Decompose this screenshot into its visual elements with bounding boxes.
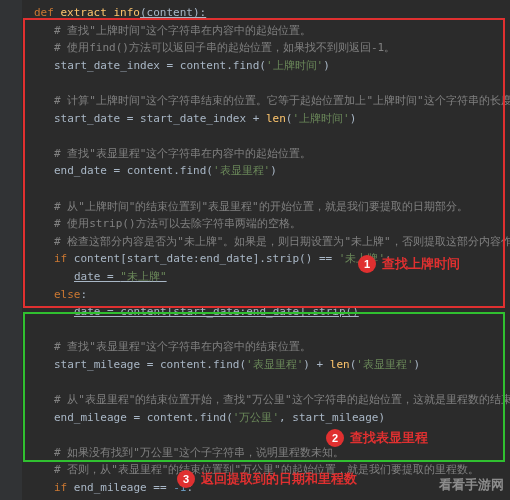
code-line: else: bbox=[28, 286, 510, 304]
code-line: end_mileage = content.find('万公里', start_… bbox=[28, 409, 510, 427]
code-line: if content[start_date:end_date].strip() … bbox=[28, 250, 510, 268]
code-line: start_mileage = content.find('表显里程') + l… bbox=[28, 356, 510, 374]
code-line: # 如果没有找到"万公里"这个子字符串，说明里程数未知。 bbox=[28, 444, 510, 462]
code-line: # 使用strip()方法可以去除字符串两端的空格。 bbox=[28, 215, 510, 233]
code-line: start_date = start_date_index + len('上牌时… bbox=[28, 110, 510, 128]
code-line: # 检查这部分内容是否为"未上牌"。如果是，则日期设置为"未上牌"，否则提取这部… bbox=[28, 233, 510, 251]
comment: # 否则，从"表显里程"的结束位置到"万公里"的起始位置，就是我们要提取的里程数… bbox=[54, 463, 479, 476]
comment: # 如果没有找到"万公里"这个子字符串，说明里程数未知。 bbox=[54, 446, 345, 459]
code-line: date = "未上牌" bbox=[28, 268, 510, 286]
code-line: # 查找"上牌时间"这个字符串在内容中的起始位置。 bbox=[28, 22, 510, 40]
comment: # 从"表显里程"的结束位置开始，查找"万公里"这个字符串的起始位置，这就是里程… bbox=[54, 393, 510, 406]
func-name: extract_info bbox=[61, 6, 140, 19]
comment: # 检查这部分内容是否为"未上牌"。如果是，则日期设置为"未上牌"，否则提取这部… bbox=[54, 235, 510, 248]
comment: # 使用strip()方法可以去除字符串两端的空格。 bbox=[54, 217, 301, 230]
func-params: (content): bbox=[140, 6, 206, 19]
keyword-def: def bbox=[34, 6, 54, 19]
comment: # 查找"表显里程"这个字符串在内容中的结束位置。 bbox=[54, 340, 312, 353]
code-line: # 否则，从"表显里程"的结束位置到"万公里"的起始位置，就是我们要提取的里程数… bbox=[28, 461, 510, 479]
code-line: # 从"上牌时间"的结束位置到"表显里程"的开始位置，就是我们要提取的日期部分。 bbox=[28, 198, 510, 216]
code-line: # 从"表显里程"的结束位置开始，查找"万公里"这个字符串的起始位置，这就是里程… bbox=[28, 391, 510, 409]
code-line: start_date_index = content.find('上牌时间') bbox=[28, 57, 510, 75]
code-line: date = content[start_date:end_date].stri… bbox=[28, 303, 510, 321]
comment: # 使用find()方法可以返回子串的起始位置，如果找不到则返回-1。 bbox=[54, 41, 395, 54]
code-line: # 计算"上牌时间"这个字符串结束的位置。它等于起始位置加上"上牌时间"这个字符… bbox=[28, 92, 510, 110]
code-line: end_date = content.find('表显里程') bbox=[28, 162, 510, 180]
comment: # 从"上牌时间"的结束位置到"表显里程"的开始位置，就是我们要提取的日期部分。 bbox=[54, 200, 468, 213]
code-line: # 使用find()方法可以返回子串的起始位置，如果找不到则返回-1。 bbox=[28, 39, 510, 57]
code-line: # 查找"表显里程"这个字符串在内容中的起始位置。 bbox=[28, 145, 510, 163]
code-line: def extract_info(content): bbox=[28, 4, 510, 22]
code-line: # 查找"表显里程"这个字符串在内容中的结束位置。 bbox=[28, 338, 510, 356]
comment: # 查找"上牌时间"这个字符串在内容中的起始位置。 bbox=[54, 24, 312, 37]
code-editor[interactable]: def extract_info(content): # 查找"上牌时间"这个字… bbox=[0, 0, 510, 500]
code-line: if end_mileage == -1: bbox=[28, 479, 510, 497]
comment: # 查找"表显里程"这个字符串在内容中的起始位置。 bbox=[54, 147, 312, 160]
comment: # 计算"上牌时间"这个字符串结束的位置。它等于起始位置加上"上牌时间"这个字符… bbox=[54, 94, 510, 107]
code-line: mileage = "未知" bbox=[28, 497, 510, 500]
